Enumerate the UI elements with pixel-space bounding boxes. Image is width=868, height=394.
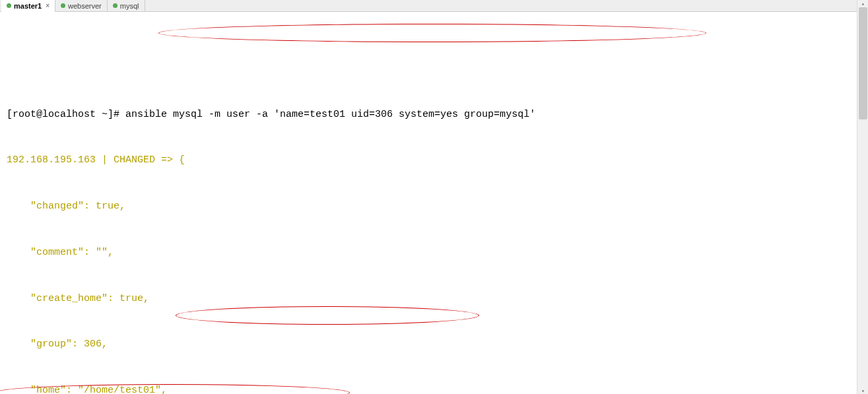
command-text: ansible mysql -m user -a 'name=test01 ui… [125,109,535,120]
output-line: "changed": true, [7,199,861,214]
status-dot-icon [61,3,65,8]
status-dot-icon [7,3,11,8]
close-icon[interactable]: × [46,2,50,9]
tab-mysql[interactable]: mysql [108,0,145,12]
tab-label: webserver [68,2,102,10]
output-line: "comment": "", [7,245,861,260]
tab-master1[interactable]: master1 × [1,0,55,12]
tab-bar: master1 × webserver mysql [0,0,868,12]
output-line: "home": "/home/test01", [7,383,861,394]
scrollbar-down-icon[interactable]: ▾ [857,387,868,394]
scrollbar-up-icon[interactable]: ▴ [857,0,868,7]
scrollbar-thumb[interactable] [859,7,867,119]
annotation-ellipse-1 [158,24,706,42]
prompt-prefix: [root@localhost ~]# [7,109,125,120]
tab-label: mysql [120,2,139,10]
tab-label: master1 [14,2,42,10]
output-line: "group": 306, [7,337,861,352]
terminal-content[interactable]: [root@localhost ~]# ansible mysql -m use… [0,12,868,394]
tab-webserver[interactable]: webserver [55,0,108,12]
output-line: "create_home": true, [7,291,861,306]
output-line: 192.168.195.163 | CHANGED => { [7,152,861,168]
status-dot-icon [113,3,117,8]
scrollbar[interactable]: ▴ ▾ [857,0,868,394]
annotation-ellipse-2 [176,306,479,325]
prompt-line-1: [root@localhost ~]# ansible mysql -m use… [7,107,861,122]
